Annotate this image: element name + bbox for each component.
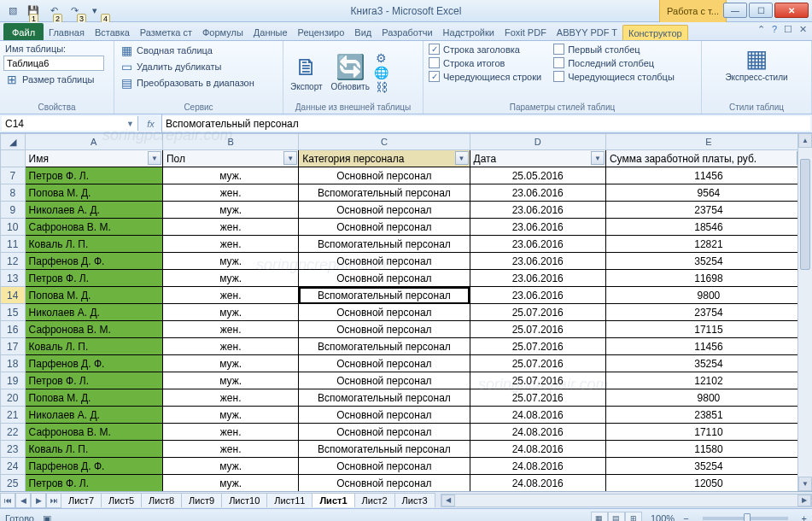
sheet-tab[interactable]: Лист1 (312, 493, 354, 507)
cell-sex[interactable]: жен. (162, 287, 298, 304)
sheet-tab[interactable]: Лист3 (394, 493, 435, 507)
cell-sum[interactable]: 9800 (605, 389, 811, 407)
table-row[interactable]: 25Петров Ф. Л.муж.Основной персонал24.08… (1, 475, 812, 492)
table-row[interactable]: 20Попова М. Д.жен.Вспомогательный персон… (1, 389, 812, 407)
cell-category[interactable]: Основной персонал (299, 424, 470, 441)
zoom-in-button[interactable]: + (802, 513, 807, 521)
cell-name[interactable]: Петров Ф. Л. (25, 475, 162, 492)
cell-category[interactable]: Основной персонал (299, 167, 470, 184)
first-col-checkbox[interactable]: Первый столбец (552, 43, 676, 56)
tab-nav-last-icon[interactable]: ⏭ (46, 493, 61, 508)
cell-sum[interactable]: 11456 (605, 167, 811, 184)
excel-icon[interactable]: ▧ (3, 3, 22, 20)
cell-sum[interactable]: 11698 (605, 270, 811, 287)
row-header[interactable]: 9 (1, 202, 26, 219)
cell-sum[interactable]: 23851 (605, 407, 811, 424)
scroll-left-icon[interactable]: ◀ (441, 495, 455, 506)
table-header-category[interactable]: Категория персонала▼ (299, 150, 470, 167)
resize-table-button[interactable]: ⊞Размер таблицы (3, 72, 110, 87)
scroll-thumb[interactable] (800, 159, 810, 270)
ribbon-tab[interactable]: Конструктор (622, 25, 688, 40)
cell-sum[interactable]: 35254 (605, 253, 811, 270)
row-header[interactable]: 15 (1, 304, 26, 321)
cell-sex[interactable]: муж. (162, 458, 298, 475)
last-col-checkbox[interactable]: Последний столбец (552, 56, 676, 69)
view-pagebreak-icon[interactable]: ⊞ (625, 512, 642, 521)
export-button[interactable]: 🗎Экспорт (287, 52, 326, 93)
cell-date[interactable]: 25.07.2016 (470, 304, 605, 321)
cell-sex[interactable]: муж. (162, 475, 298, 492)
cell-category[interactable]: Основной персонал (299, 407, 470, 424)
cell-date[interactable]: 25.07.2016 (470, 355, 605, 372)
view-layout-icon[interactable]: ▤ (608, 512, 625, 521)
sheet-tab[interactable]: Лист8 (141, 493, 182, 507)
table-header-sum[interactable]: Сумма заработной платы, руб.▼ (605, 150, 811, 167)
ribbon-tab[interactable]: Главная (44, 25, 90, 40)
table-header-name[interactable]: Имя▼ (25, 150, 162, 167)
link-props-icon[interactable]: ⚙ (375, 51, 388, 65)
cell-sum[interactable]: 35254 (605, 355, 811, 372)
row-header[interactable]: 20 (1, 389, 26, 407)
name-box[interactable]: C14▼ (2, 116, 138, 131)
worksheet-grid[interactable]: ◢ A B C D E Имя▼ Пол▼ Категория персонал… (0, 133, 812, 492)
totals-row-checkbox[interactable]: Строка итогов (427, 56, 543, 69)
cell-category[interactable]: Вспомогательный персонал (299, 441, 470, 458)
ribbon-tab[interactable]: Разработчи (377, 25, 437, 40)
table-row[interactable]: 16Сафронова В. М.жен.Основной персонал25… (1, 321, 812, 338)
cell-sum[interactable]: 18546 (605, 219, 811, 236)
tab-nav-prev-icon[interactable]: ◀ (15, 493, 31, 508)
cell-sex[interactable]: муж. (162, 372, 298, 389)
cell-name[interactable]: Петров Ф. Л. (25, 270, 162, 287)
sheet-tab[interactable]: Лист9 (181, 493, 222, 507)
table-row[interactable]: 8Попова М. Д.жен.Вспомогательный персона… (1, 184, 812, 202)
cell-date[interactable]: 23.06.2016 (470, 184, 605, 202)
cell-name[interactable]: Николаев А. Д. (25, 407, 162, 424)
cell-category[interactable]: Вспомогательный персонал (299, 236, 470, 253)
cell-date[interactable]: 24.08.2016 (470, 441, 605, 458)
fx-button[interactable]: fx (140, 114, 162, 132)
cell-sum[interactable]: 17115 (605, 321, 811, 338)
col-header[interactable]: D (470, 134, 605, 150)
cell-name[interactable]: Парфенов Д. Ф. (25, 253, 162, 270)
scroll-right-icon[interactable]: ▶ (797, 495, 811, 506)
cell-sex[interactable]: муж. (162, 304, 298, 321)
row-header[interactable] (1, 150, 26, 167)
col-header[interactable]: B (162, 134, 298, 150)
cell-category[interactable]: Вспомогательный персонал (299, 389, 470, 407)
ribbon-tab[interactable]: Разметка ст (135, 25, 197, 40)
ribbon-tab[interactable]: Вид (349, 25, 377, 40)
table-row[interactable]: 19Петров Ф. Л.муж.Основной персонал25.07… (1, 372, 812, 389)
cell-category[interactable]: Вспомогательный персонал (299, 184, 470, 202)
cell-category[interactable]: Основной персонал (299, 475, 470, 492)
row-header[interactable]: 16 (1, 321, 26, 338)
cell-sum[interactable]: 35254 (605, 458, 811, 475)
cell-name[interactable]: Коваль Л. П. (25, 236, 162, 253)
row-header[interactable]: 18 (1, 355, 26, 372)
cell-sum[interactable]: 11580 (605, 441, 811, 458)
row-header[interactable]: 14 (1, 287, 26, 304)
convert-range-button[interactable]: ▤Преобразовать в диапазон (118, 75, 256, 91)
open-browser-icon[interactable]: 🌐 (375, 66, 388, 79)
cell-category[interactable]: Основной персонал (299, 321, 470, 338)
row-header[interactable]: 21 (1, 407, 26, 424)
chevron-down-icon[interactable]: ▼ (126, 120, 134, 128)
ribbon-minimize-icon[interactable]: ⌃ (757, 24, 765, 35)
cell-sex[interactable]: жен. (162, 184, 298, 202)
cell-date[interactable]: 23.06.2016 (470, 270, 605, 287)
cell-sum[interactable]: 12050 (605, 475, 811, 492)
ribbon-tab[interactable]: ABBYY PDF T (552, 25, 622, 40)
cell-date[interactable]: 25.05.2016 (470, 167, 605, 184)
cell-name[interactable]: Попова М. Д. (25, 287, 162, 304)
table-row[interactable]: 12Парфенов Д. Ф.муж.Основной персонал23.… (1, 253, 812, 270)
cell-name[interactable]: Сафронова В. М. (25, 424, 162, 441)
row-header[interactable]: 7 (1, 167, 26, 184)
cell-category[interactable]: Основной персонал (299, 202, 470, 219)
cell-date[interactable]: 25.07.2016 (470, 372, 605, 389)
banded-cols-checkbox[interactable]: Чередующиеся столбцы (552, 70, 676, 83)
help-icon[interactable]: ? (772, 24, 777, 35)
filter-dropdown-icon[interactable]: ▼ (455, 151, 469, 165)
row-header[interactable]: 10 (1, 219, 26, 236)
cell-name[interactable]: Попова М. Д. (25, 389, 162, 407)
cell-date[interactable]: 23.06.2016 (470, 236, 605, 253)
cell-sex[interactable]: муж. (162, 253, 298, 270)
